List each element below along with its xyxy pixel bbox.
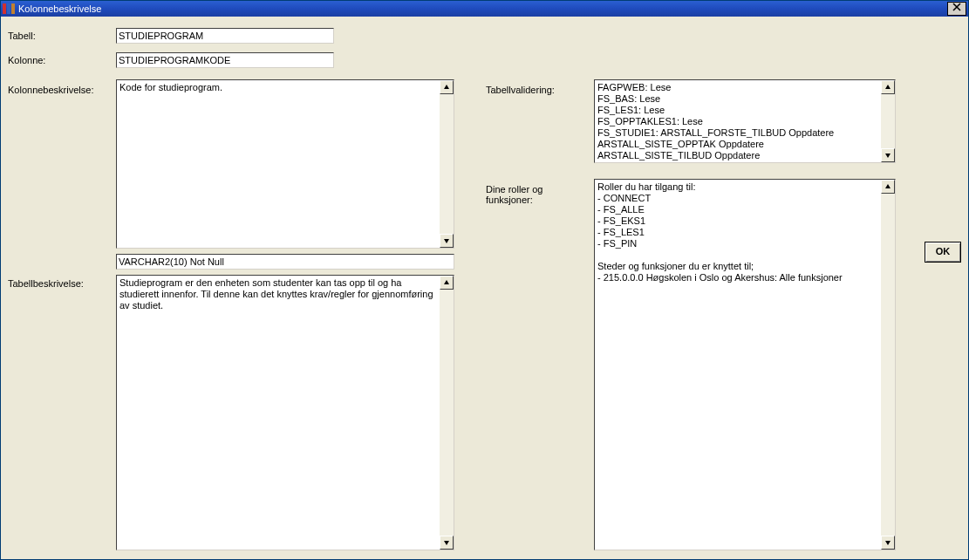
client-area: Tabell: Kolonne: Kolonnebeskrivelse: Tab… bbox=[1, 17, 968, 559]
table-input[interactable]: STUDIEPROGRAM bbox=[116, 28, 334, 44]
table-validation-text: FAGPWEB: Lese FS_BAS: Lese FS_LES1: Lese… bbox=[597, 82, 879, 161]
svg-marker-5 bbox=[444, 85, 449, 89]
label-column-description: Kolonnebeskrivelse: bbox=[8, 85, 93, 95]
scroll-up-icon[interactable] bbox=[881, 180, 895, 194]
scroll-track[interactable] bbox=[440, 290, 454, 536]
svg-marker-9 bbox=[885, 85, 891, 89]
table-value: STUDIEPROGRAM bbox=[119, 31, 203, 41]
column-value: STUDIEPROGRAMKODE bbox=[119, 55, 230, 65]
scroll-down-icon[interactable] bbox=[881, 536, 895, 550]
close-button[interactable] bbox=[947, 2, 966, 16]
datatype-field[interactable]: VARCHAR2(10) Not Null bbox=[116, 254, 454, 270]
scroll-down-icon[interactable] bbox=[440, 234, 454, 248]
svg-marker-6 bbox=[444, 239, 449, 243]
label-table-description: Tabellbeskrivelse: bbox=[8, 278, 84, 289]
scrollbar[interactable] bbox=[440, 80, 454, 248]
scrollbar[interactable] bbox=[881, 180, 895, 550]
ok-button[interactable]: OK bbox=[925, 242, 961, 263]
svg-rect-1 bbox=[7, 3, 10, 14]
scrollbar[interactable] bbox=[440, 276, 454, 550]
scroll-track[interactable] bbox=[881, 194, 895, 536]
label-table-validation: Tabellvalidering: bbox=[486, 85, 555, 95]
app-icon bbox=[3, 3, 15, 15]
svg-marker-12 bbox=[885, 541, 891, 545]
datatype-value: VARCHAR2(10) Not Null bbox=[119, 256, 224, 267]
svg-marker-8 bbox=[444, 541, 449, 545]
roles-textarea[interactable]: Roller du har tilgang til: - CONNECT - F… bbox=[594, 179, 896, 550]
roles-text: Roller du har tilgang til: - CONNECT - F… bbox=[597, 181, 879, 283]
titlebar: Kolonnebeskrivelse bbox=[1, 1, 968, 17]
scroll-track[interactable] bbox=[440, 94, 454, 234]
svg-marker-11 bbox=[885, 184, 891, 188]
svg-rect-2 bbox=[11, 3, 15, 14]
label-column: Kolonne: bbox=[8, 55, 45, 65]
scroll-up-icon[interactable] bbox=[881, 80, 895, 94]
column-description-text: Kode for studieprogram. bbox=[119, 82, 438, 93]
column-description-window: Kolonnebeskrivelse Tabell: Kolonne: Kolo… bbox=[0, 0, 969, 560]
svg-marker-7 bbox=[444, 280, 449, 284]
svg-rect-0 bbox=[3, 3, 6, 14]
table-description-textarea[interactable]: Studieprogram er den enheten som student… bbox=[116, 275, 454, 550]
close-icon bbox=[952, 3, 961, 11]
scroll-up-icon[interactable] bbox=[440, 276, 454, 290]
svg-marker-10 bbox=[885, 154, 891, 158]
scrollbar[interactable] bbox=[881, 80, 895, 162]
window-title: Kolonnebeskrivelse bbox=[18, 1, 947, 17]
label-table: Tabell: bbox=[8, 31, 36, 41]
scroll-down-icon[interactable] bbox=[881, 148, 895, 162]
scroll-down-icon[interactable] bbox=[440, 536, 454, 550]
column-input[interactable]: STUDIEPROGRAMKODE bbox=[116, 52, 334, 68]
scroll-up-icon[interactable] bbox=[440, 80, 454, 94]
table-validation-textarea[interactable]: FAGPWEB: Lese FS_BAS: Lese FS_LES1: Lese… bbox=[594, 79, 896, 163]
label-roles: Dine roller og funksjoner: bbox=[486, 184, 556, 205]
column-description-textarea[interactable]: Kode for studieprogram. bbox=[116, 79, 454, 249]
table-description-text: Studieprogram er den enheten som student… bbox=[119, 277, 438, 311]
scroll-track[interactable] bbox=[881, 94, 895, 148]
